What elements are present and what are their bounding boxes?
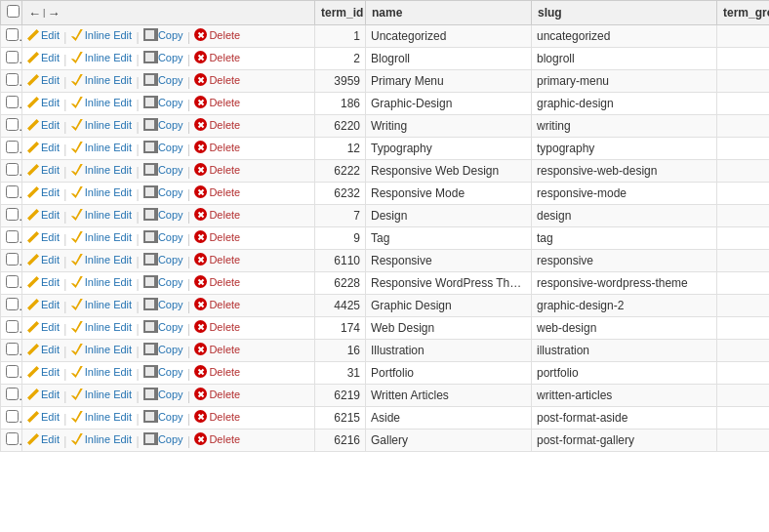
- delete-link[interactable]: Delete: [194, 410, 240, 423]
- inline-edit-link[interactable]: Inline Edit: [71, 164, 132, 176]
- copy-link[interactable]: Copy: [143, 208, 183, 221]
- inline-edit-link[interactable]: Inline Edit: [71, 231, 132, 243]
- delete-link[interactable]: Delete: [194, 73, 240, 86]
- inline-edit-link[interactable]: Inline Edit: [71, 299, 132, 310]
- delete-link[interactable]: Delete: [194, 320, 240, 333]
- edit-link[interactable]: Edit: [27, 209, 60, 221]
- row-checkbox[interactable]: [6, 51, 19, 63]
- copy-link[interactable]: Copy: [143, 163, 183, 176]
- delete-link[interactable]: Delete: [194, 208, 240, 221]
- delete-link[interactable]: Delete: [194, 51, 240, 63]
- delete-link[interactable]: Delete: [194, 432, 240, 445]
- row-checkbox[interactable]: [6, 73, 19, 86]
- select-all-checkbox[interactable]: [7, 5, 20, 18]
- delete-link[interactable]: Delete: [194, 343, 240, 355]
- copy-link[interactable]: Copy: [143, 343, 183, 355]
- copy-link[interactable]: Copy: [143, 253, 183, 266]
- copy-link[interactable]: Copy: [143, 275, 183, 288]
- delete-link[interactable]: Delete: [194, 388, 240, 400]
- row-checkbox[interactable]: [6, 388, 19, 400]
- inline-edit-link[interactable]: Inline Edit: [71, 74, 132, 86]
- edit-link[interactable]: Edit: [27, 142, 60, 153]
- copy-link[interactable]: Copy: [143, 365, 183, 378]
- delete-link[interactable]: Delete: [194, 28, 240, 41]
- inline-edit-link[interactable]: Inline Edit: [71, 366, 132, 378]
- delete-link[interactable]: Delete: [194, 118, 240, 131]
- inline-edit-link[interactable]: Inline Edit: [71, 52, 132, 63]
- edit-link[interactable]: Edit: [27, 97, 60, 108]
- delete-link[interactable]: Delete: [194, 185, 240, 198]
- edit-link[interactable]: Edit: [27, 299, 60, 310]
- row-checkbox[interactable]: [6, 343, 19, 355]
- inline-edit-link[interactable]: Inline Edit: [71, 276, 132, 288]
- row-checkbox[interactable]: [6, 410, 19, 423]
- row-checkbox[interactable]: [6, 230, 19, 243]
- slug-header[interactable]: slug: [532, 1, 717, 25]
- copy-link[interactable]: Copy: [143, 230, 183, 243]
- inline-edit-link[interactable]: Inline Edit: [71, 142, 132, 153]
- edit-link[interactable]: Edit: [27, 254, 60, 266]
- copy-link[interactable]: Copy: [143, 298, 183, 310]
- edit-link[interactable]: Edit: [27, 186, 60, 198]
- copy-link[interactable]: Copy: [143, 388, 183, 400]
- edit-link[interactable]: Edit: [27, 231, 60, 243]
- term-group-header[interactable]: term_group: [717, 1, 770, 25]
- edit-link[interactable]: Edit: [27, 389, 60, 400]
- copy-link[interactable]: Copy: [143, 73, 183, 86]
- edit-link[interactable]: Edit: [27, 164, 60, 176]
- inline-edit-link[interactable]: Inline Edit: [71, 254, 132, 266]
- edit-link[interactable]: Edit: [27, 344, 60, 355]
- sort-arrows[interactable]: ← | →: [28, 6, 61, 20]
- copy-link[interactable]: Copy: [143, 185, 183, 198]
- row-checkbox[interactable]: [6, 141, 19, 153]
- delete-link[interactable]: Delete: [194, 298, 240, 310]
- copy-link[interactable]: Copy: [143, 141, 183, 153]
- row-checkbox[interactable]: [6, 208, 19, 221]
- row-checkbox[interactable]: [6, 163, 19, 176]
- name-header[interactable]: name: [366, 1, 532, 25]
- copy-link[interactable]: Copy: [143, 28, 183, 41]
- row-checkbox[interactable]: [6, 96, 19, 108]
- copy-link[interactable]: Copy: [143, 320, 183, 333]
- inline-edit-link[interactable]: Inline Edit: [71, 119, 132, 131]
- edit-link[interactable]: Edit: [27, 276, 60, 288]
- copy-link[interactable]: Copy: [143, 118, 183, 131]
- copy-link[interactable]: Copy: [143, 51, 183, 63]
- delete-link[interactable]: Delete: [194, 230, 240, 243]
- edit-link[interactable]: Edit: [27, 433, 60, 445]
- delete-link[interactable]: Delete: [194, 141, 240, 153]
- row-checkbox[interactable]: [6, 253, 19, 266]
- inline-edit-link[interactable]: Inline Edit: [71, 186, 132, 198]
- delete-link[interactable]: Delete: [194, 275, 240, 288]
- inline-edit-link[interactable]: Inline Edit: [71, 389, 132, 400]
- edit-link[interactable]: Edit: [27, 321, 60, 333]
- inline-edit-link[interactable]: Inline Edit: [71, 411, 132, 423]
- inline-edit-link[interactable]: Inline Edit: [71, 29, 132, 41]
- row-checkbox[interactable]: [6, 432, 19, 445]
- copy-link[interactable]: Copy: [143, 410, 183, 423]
- inline-edit-link[interactable]: Inline Edit: [71, 321, 132, 333]
- delete-link[interactable]: Delete: [194, 253, 240, 266]
- copy-link[interactable]: Copy: [143, 96, 183, 108]
- edit-link[interactable]: Edit: [27, 29, 60, 41]
- delete-link[interactable]: Delete: [194, 96, 240, 108]
- row-checkbox[interactable]: [6, 365, 19, 378]
- delete-link[interactable]: Delete: [194, 365, 240, 378]
- row-checkbox[interactable]: [6, 298, 19, 310]
- inline-edit-link[interactable]: Inline Edit: [71, 209, 132, 221]
- select-all-header[interactable]: [1, 1, 22, 25]
- edit-link[interactable]: Edit: [27, 411, 60, 423]
- row-checkbox[interactable]: [6, 118, 19, 131]
- edit-link[interactable]: Edit: [27, 52, 60, 63]
- term-id-header[interactable]: term_id: [315, 1, 366, 25]
- edit-link[interactable]: Edit: [27, 74, 60, 86]
- copy-link[interactable]: Copy: [143, 432, 183, 445]
- inline-edit-link[interactable]: Inline Edit: [71, 344, 132, 355]
- row-checkbox[interactable]: [6, 28, 19, 41]
- inline-edit-link[interactable]: Inline Edit: [71, 97, 132, 108]
- inline-edit-link[interactable]: Inline Edit: [71, 433, 132, 445]
- row-checkbox[interactable]: [6, 320, 19, 333]
- edit-link[interactable]: Edit: [27, 366, 60, 378]
- row-checkbox[interactable]: [6, 275, 19, 288]
- edit-link[interactable]: Edit: [27, 119, 60, 131]
